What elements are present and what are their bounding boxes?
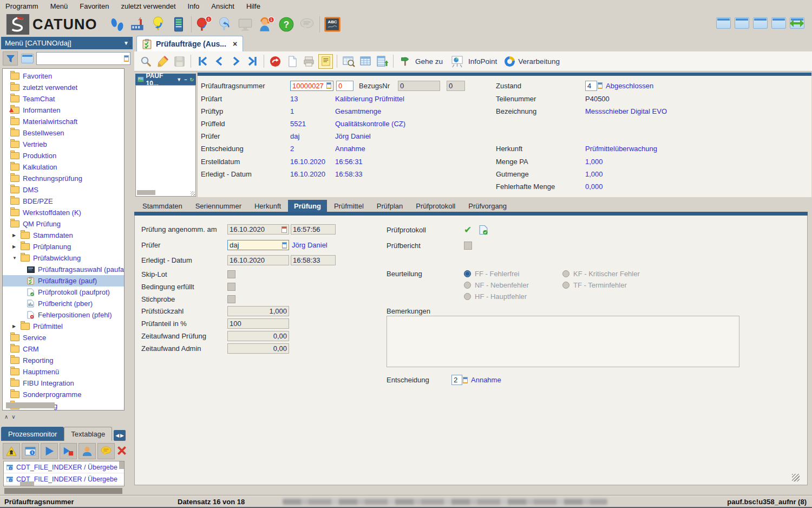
- pin-red-alert-icon[interactable]: 1: [194, 14, 214, 35]
- window-layout-1-button[interactable]: [716, 17, 731, 29]
- filter-button[interactable]: [3, 51, 18, 66]
- calendar-icon[interactable]: [281, 226, 287, 233]
- scroll-up-icon[interactable]: ∧: [4, 414, 8, 421]
- window-layout-3-button[interactable]: [753, 17, 768, 29]
- verarbeitung-button[interactable]: Verarbeitung: [518, 57, 560, 66]
- tab-herkunft[interactable]: Herkunft: [248, 200, 287, 212]
- sidebar-item-pruefprotokoll[interactable]: Prüfprotokoll (paufprot): [3, 286, 124, 298]
- angenommen-date-input[interactable]: 16.10.2020: [227, 224, 289, 235]
- pin-yellow-icon[interactable]: [148, 14, 168, 35]
- menu-favoriten[interactable]: Favoriten: [80, 2, 109, 10]
- sidebar-item-pruefbericht[interactable]: Prüfbericht (pber): [3, 298, 124, 309]
- radio-ff[interactable]: [464, 270, 471, 277]
- tab-scroll-left-icon[interactable]: ◀: [115, 433, 119, 438]
- sidebar-bottom-scrollbar[interactable]: [4, 488, 122, 494]
- panel-resize-grip[interactable]: [792, 474, 800, 481]
- tab-scroll-right-icon[interactable]: ▶: [120, 433, 124, 438]
- sidebar-item-pruefauftraege[interactable]: Prüfaufträge (pauf): [3, 275, 124, 286]
- print-icon[interactable]: [302, 54, 316, 69]
- sidebar-header[interactable]: Menü [CATUNO/daj] ▼: [1, 37, 133, 49]
- process-message-icon[interactable]: [97, 443, 115, 459]
- lookup-icon[interactable]: [282, 242, 287, 249]
- table-grid-icon[interactable]: [358, 54, 372, 69]
- menu-info[interactable]: Info: [188, 2, 200, 10]
- goto-button[interactable]: Gehe zu: [415, 57, 443, 66]
- record-preview-header[interactable]: PAUF 10... ▼ − ↻: [135, 74, 196, 85]
- process-user-icon[interactable]: [78, 443, 96, 459]
- sidebar-item-pruefmittel[interactable]: ▶Prüfmittel: [3, 321, 124, 332]
- list-icon[interactable]: [124, 55, 129, 62]
- process-start-icon[interactable]: [41, 443, 58, 459]
- stichprobe-checkbox[interactable]: [227, 295, 235, 303]
- sidebar-item-vertrieb[interactable]: Vertrieb: [3, 139, 124, 150]
- lookup-icon[interactable]: [463, 377, 468, 383]
- tab-pruefung[interactable]: Prüfung: [288, 200, 327, 212]
- infopoint-icon[interactable]: [450, 54, 465, 69]
- expand-icon[interactable]: ▶: [12, 244, 17, 249]
- tab-pruefmittel[interactable]: Prüfmittel: [328, 200, 370, 212]
- window-layout-4-button[interactable]: [771, 17, 786, 29]
- collapse-icon[interactable]: ▼: [12, 256, 17, 260]
- preview-scrollbar-thumb[interactable]: [137, 190, 155, 195]
- nav-last-icon[interactable]: [245, 54, 260, 69]
- new-document-icon[interactable]: [285, 54, 299, 69]
- radio-nf[interactable]: [464, 282, 471, 289]
- sidebar-item-stammdaten[interactable]: ▶Stammdaten: [3, 230, 124, 241]
- sidebar-item-informanten[interactable]: Informanten: [3, 105, 124, 116]
- bericht-checkbox[interactable]: [464, 242, 472, 250]
- process-kill-icon[interactable]: [3, 443, 20, 459]
- pruefer-input[interactable]: daj: [227, 240, 289, 250]
- search-icon[interactable]: [139, 54, 153, 69]
- menu-hilfe[interactable]: Hilfe: [246, 2, 260, 10]
- sidebar-item-service[interactable]: Service: [3, 332, 124, 343]
- scroll-down-icon[interactable]: ∨: [11, 414, 15, 421]
- sidebar-item-teamchat[interactable]: TeamChat: [3, 93, 124, 105]
- zustand-input[interactable]: 4: [585, 81, 597, 91]
- radio-tf[interactable]: [562, 282, 569, 289]
- tab-textablage[interactable]: Textablage: [64, 427, 112, 441]
- factory-icon[interactable]: [127, 14, 148, 35]
- tab-pruefprotokoll[interactable]: Prüfprotokoll: [410, 200, 461, 212]
- process-tab-scroll-buttons[interactable]: ◀ ▶: [114, 430, 126, 441]
- table-export-icon[interactable]: [375, 54, 389, 69]
- skiplot-checkbox[interactable]: [227, 270, 235, 278]
- radio-kf[interactable]: [562, 270, 569, 277]
- sidebar-item-bde-pze[interactable]: BDE/PZE: [3, 196, 124, 207]
- preview-resize-grip[interactable]: [191, 191, 195, 196]
- nav-previous-icon[interactable]: [212, 54, 226, 69]
- document-tab-pruefauftraege[interactable]: Prüfaufträge (Aus... ×: [136, 36, 243, 51]
- footprints-icon[interactable]: [107, 14, 127, 35]
- menu-programm[interactable]: Programm: [5, 2, 38, 10]
- sidebar-item-materialwirtschaft[interactable]: Materialwirtschaft: [3, 116, 124, 127]
- open-protokoll-button[interactable]: [479, 225, 488, 235]
- sidebar-item-reporting[interactable]: Reporting: [3, 355, 124, 366]
- sidebar-item-fibu-integration[interactable]: FIBU Integration: [3, 377, 124, 389]
- close-icon[interactable]: ×: [233, 40, 237, 48]
- sidebar-item-produktion[interactable]: Produktion: [3, 150, 124, 161]
- process-start-stop-icon[interactable]: [60, 443, 77, 459]
- sidebar-item-sonderprogramme[interactable]: Sonderprogramme: [3, 389, 124, 400]
- sidebar-item-hauptmenue[interactable]: Hauptmenü: [3, 366, 124, 377]
- nav-first-icon[interactable]: [195, 54, 209, 69]
- window-layout-2-button[interactable]: [735, 17, 749, 29]
- cancel-icon[interactable]: [268, 54, 283, 69]
- refresh-icon[interactable]: ↻: [189, 77, 194, 82]
- sidebar-item-rechnungspruefung[interactable]: Rechnungsprüfung: [3, 173, 124, 184]
- sidebar-search-input[interactable]: [36, 52, 130, 65]
- menu-menue[interactable]: Menü: [50, 2, 68, 10]
- search-input[interactable]: [38, 53, 124, 64]
- menu-zuletzt-verwendet[interactable]: zuletzt verwendet: [121, 2, 175, 10]
- sidebar-item-qm-pruefung[interactable]: QM Prüfung: [3, 218, 124, 230]
- tree-scrollbar-thumb[interactable]: [6, 402, 55, 408]
- notes-icon-active[interactable]: [318, 54, 333, 69]
- radio-hf[interactable]: [464, 293, 471, 300]
- sidebar-item-werkstoffdaten[interactable]: Werkstoffdaten (K): [3, 207, 124, 218]
- expand-icon[interactable]: ▶: [12, 233, 17, 238]
- sidebar-item-pruefabwicklung[interactable]: ▼Prüfabwicklung: [3, 252, 124, 264]
- tab-prozessmonitor[interactable]: Prozessmonitor: [1, 427, 64, 441]
- process-hscrollbar-thumb[interactable]: [20, 481, 34, 486]
- lookup-icon[interactable]: [598, 82, 603, 89]
- process-info-icon[interactable]: i: [22, 443, 39, 459]
- window-icon[interactable]: [20, 52, 34, 65]
- sidebar-item-favoriten[interactable]: Favoriten: [3, 70, 124, 82]
